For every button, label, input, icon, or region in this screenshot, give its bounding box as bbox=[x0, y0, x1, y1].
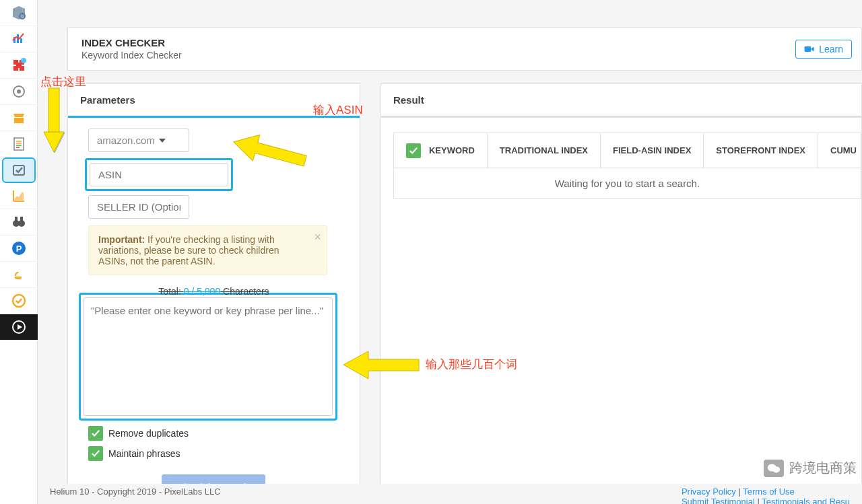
sidebar-item-check-circle[interactable] bbox=[0, 288, 38, 314]
asin-highlight-box bbox=[85, 158, 233, 191]
video-icon bbox=[804, 45, 815, 53]
maintain-phrases-label: Maintain phrases bbox=[108, 448, 180, 459]
p-badge-icon: P bbox=[11, 240, 27, 256]
svg-point-1 bbox=[21, 58, 26, 63]
result-table-header: KEYWORD TRADITIONAL INDEX FIELD-ASIN IND… bbox=[393, 133, 861, 168]
footer-terms-link[interactable]: Terms of Use bbox=[743, 487, 795, 497]
learn-button-label: Learn bbox=[819, 44, 843, 55]
sidebar-item-trends[interactable] bbox=[0, 26, 38, 52]
keywords-highlight-box bbox=[79, 293, 337, 421]
remove-duplicates-row[interactable]: Remove duplicates bbox=[88, 426, 339, 441]
footer-privacy-link[interactable]: Privacy Policy bbox=[682, 487, 736, 497]
page-title: INDEX CHECKER bbox=[81, 37, 848, 48]
puzzle-icon bbox=[11, 57, 27, 73]
maintain-phrases-row[interactable]: Maintain phrases bbox=[88, 446, 339, 461]
sidebar-item-binoculars[interactable] bbox=[0, 209, 38, 236]
sidebar-item-store[interactable] bbox=[0, 105, 38, 131]
asin-input[interactable] bbox=[90, 163, 228, 186]
marketplace-select[interactable]: amazon.com bbox=[88, 129, 189, 152]
sidebar-item-brain[interactable] bbox=[0, 79, 38, 105]
sidebar-item-box-search[interactable] bbox=[0, 0, 38, 26]
page-header-card: INDEX CHECKER Keyword Index Checker Lear… bbox=[67, 27, 862, 71]
svg-rect-14 bbox=[805, 46, 811, 52]
sidebar-item-lamp[interactable] bbox=[0, 262, 38, 288]
footer-testimonials-link[interactable]: Testimonials and Resu bbox=[762, 497, 850, 504]
learn-button[interactable]: Learn bbox=[795, 40, 852, 59]
checkbox-checked-icon bbox=[88, 446, 103, 461]
remove-duplicates-label: Remove duplicates bbox=[108, 428, 189, 439]
result-col-traditional[interactable]: TRADITIONAL INDEX bbox=[487, 133, 600, 168]
check-circle-icon bbox=[11, 293, 27, 309]
parameters-panel: Parameters amazon.com × Important: If yo… bbox=[67, 83, 360, 504]
svg-rect-4 bbox=[14, 138, 24, 150]
seller-id-input[interactable] bbox=[88, 195, 189, 219]
result-col-cumulative[interactable]: CUMU bbox=[818, 133, 861, 168]
footer-links: Privacy Policy | Terms of Use Submit Tes… bbox=[682, 487, 850, 501]
sidebar-item-play[interactable] bbox=[0, 314, 38, 340]
document-icon bbox=[11, 136, 27, 152]
sidebar-item-index-checker[interactable] bbox=[2, 157, 36, 183]
svg-point-3 bbox=[17, 89, 21, 94]
binoculars-icon bbox=[11, 214, 27, 230]
footer-submit-link[interactable]: Submit Testimonial bbox=[682, 497, 755, 504]
sidebar-item-linechart[interactable] bbox=[0, 183, 38, 209]
parameters-header: Parameters bbox=[68, 84, 360, 118]
sidebar-item-puzzle[interactable] bbox=[0, 52, 38, 79]
sidebar-item-p[interactable]: P bbox=[0, 236, 38, 262]
svg-point-7 bbox=[18, 220, 25, 227]
play-icon bbox=[11, 319, 27, 335]
footer-copyright: Helium 10 - Copyright 2019 - PixelLabs L… bbox=[50, 487, 221, 501]
chevron-down-icon bbox=[159, 139, 166, 143]
sidebar-item-doc[interactable] bbox=[0, 131, 38, 157]
footer: Helium 10 - Copyright 2019 - PixelLabs L… bbox=[38, 484, 862, 504]
storefront-icon bbox=[11, 110, 27, 126]
result-panel: Result KEYWORD TRADITIONAL INDEX FIELD-A… bbox=[380, 83, 862, 504]
select-all-checkbox[interactable] bbox=[406, 143, 421, 158]
keywords-textarea[interactable] bbox=[84, 297, 333, 416]
result-col-storefront[interactable]: STOREFRONT INDEX bbox=[703, 133, 818, 168]
marketplace-value: amazon.com bbox=[97, 135, 155, 146]
checkbox-checked-icon bbox=[88, 426, 103, 441]
result-waiting-message: Waiting for you to start a search. bbox=[393, 168, 861, 199]
gear-brain-icon bbox=[11, 83, 27, 100]
result-col-keyword[interactable]: KEYWORD bbox=[393, 133, 487, 168]
svg-rect-8 bbox=[15, 217, 18, 221]
result-col-field-asin[interactable]: FIELD-ASIN INDEX bbox=[600, 133, 703, 168]
bar-chart-icon bbox=[11, 31, 27, 47]
result-header: Result bbox=[381, 84, 861, 118]
line-chart-icon bbox=[11, 188, 27, 204]
alert-bold: Important: bbox=[98, 234, 147, 245]
svg-text:P: P bbox=[16, 244, 22, 254]
sidebar: P bbox=[0, 0, 38, 504]
svg-rect-9 bbox=[20, 217, 23, 221]
lamp-icon bbox=[11, 266, 27, 283]
alert-close-icon[interactable]: × bbox=[314, 230, 321, 244]
important-alert: × Important: If you're checking a listin… bbox=[88, 225, 327, 275]
page-subtitle: Keyword Index Checker bbox=[81, 50, 848, 61]
check-icon bbox=[11, 162, 27, 178]
box-search-icon bbox=[11, 5, 27, 21]
